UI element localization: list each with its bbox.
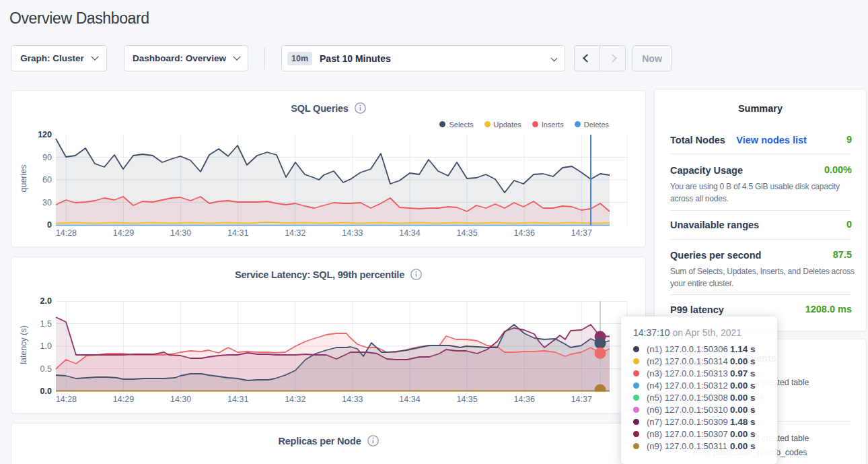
svg-text:14:30: 14:30 (170, 228, 191, 238)
svg-text:14:31: 14:31 (227, 395, 248, 404)
svg-text:14:31: 14:31 (227, 228, 248, 238)
svg-text:0.5: 0.5 (40, 364, 52, 374)
svg-text:14:34: 14:34 (399, 228, 420, 238)
svg-text:14:36: 14:36 (514, 228, 535, 238)
svg-text:14:33: 14:33 (342, 395, 363, 404)
svg-text:14:36: 14:36 (514, 395, 535, 404)
svg-text:2.0: 2.0 (40, 296, 52, 306)
svg-text:14:29: 14:29 (113, 395, 134, 404)
svg-text:queries: queries (19, 165, 28, 193)
svg-text:14:32: 14:32 (285, 395, 305, 404)
svg-text:14:34: 14:34 (399, 395, 420, 404)
svg-text:14:33: 14:33 (342, 228, 363, 238)
svg-text:0.0: 0.0 (40, 387, 52, 396)
svg-text:14:28: 14:28 (56, 395, 77, 404)
svg-text:60: 60 (42, 175, 52, 185)
svg-text:14:30: 14:30 (170, 395, 191, 404)
svg-text:14:28: 14:28 (56, 228, 77, 238)
svg-text:14:29: 14:29 (113, 228, 134, 238)
svg-text:14:35: 14:35 (456, 228, 477, 238)
svg-text:14:37: 14:37 (571, 228, 592, 238)
svg-text:14:35: 14:35 (456, 395, 477, 404)
svg-text:1.5: 1.5 (40, 319, 52, 329)
svg-text:120: 120 (38, 130, 52, 139)
svg-text:90: 90 (42, 153, 52, 162)
svg-text:1.0: 1.0 (40, 341, 52, 351)
svg-text:30: 30 (42, 198, 52, 207)
svg-text:14:37: 14:37 (571, 395, 592, 404)
svg-text:14:32: 14:32 (285, 228, 305, 238)
svg-text:0: 0 (47, 220, 52, 230)
svg-text:latency (s): latency (s) (19, 325, 28, 364)
